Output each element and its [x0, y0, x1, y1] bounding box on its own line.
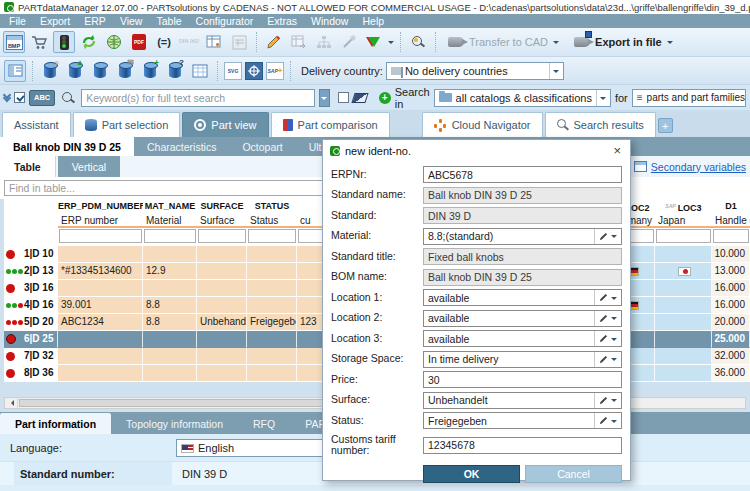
- surface-combo[interactable]: Unbehandelt: [423, 392, 622, 409]
- search-checkbox[interactable]: [14, 92, 25, 103]
- shopping-cart-icon[interactable]: [28, 31, 50, 53]
- dropdown-arrow-icon[interactable]: [549, 63, 563, 79]
- filter-checkbox[interactable]: [338, 92, 349, 103]
- edit-pencil-icon[interactable]: [599, 293, 608, 302]
- keyword-search-input[interactable]: [81, 89, 315, 107]
- table-row[interactable]: 2|D 13 *#1334513460012.9: [4, 263, 322, 280]
- column-header-status[interactable]: STATUS: [247, 199, 297, 214]
- dropdown-arrow-icon[interactable]: [611, 317, 617, 323]
- dropdown-arrow-icon[interactable]: [611, 399, 617, 405]
- tab-ball-knob[interactable]: Ball knob DIN 39 D 25: [0, 137, 134, 156]
- panel-layout-icon[interactable]: [4, 60, 26, 82]
- filter-material[interactable]: [144, 229, 196, 243]
- search-in-select[interactable]: all catalogs & classifications: [434, 89, 611, 107]
- table-row[interactable]: 5|D 20 ABC12348.8UnbehandeltFreigegeben1…: [4, 314, 322, 331]
- table-row[interactable]: 8|D 36: [4, 365, 322, 382]
- table-row[interactable]: 3|D 16: [4, 280, 322, 297]
- filter-dropdown-arrow-icon[interactable]: [388, 41, 394, 47]
- dialog-close-icon[interactable]: ×: [611, 144, 623, 157]
- tab-cloud-navigator[interactable]: Cloud Navigator: [422, 112, 543, 137]
- menu-file[interactable]: File: [2, 15, 33, 27]
- location3-combo[interactable]: available: [423, 330, 622, 347]
- delivery-country-select[interactable]: No delivery countries: [386, 62, 564, 80]
- menu-extras[interactable]: Extras: [260, 15, 304, 27]
- transfer-dropdown-arrow-icon[interactable]: [553, 41, 559, 47]
- filter-d1[interactable]: [713, 229, 749, 243]
- material-combo[interactable]: 8.8;(standard): [423, 228, 622, 245]
- table-row[interactable]: 4|D 16 39.0018.8: [4, 297, 322, 314]
- edit-pencil-icon[interactable]: [599, 314, 608, 323]
- column-header-d1[interactable]: D1: [712, 199, 750, 214]
- database-search-icon[interactable]: ⌕: [39, 60, 61, 82]
- menu-export[interactable]: Export: [33, 15, 77, 27]
- secondary-variables-link[interactable]: Secondary variables: [651, 161, 746, 173]
- bmp-table-icon[interactable]: BMP: [3, 31, 25, 53]
- dropdown-arrow-icon[interactable]: [611, 297, 617, 303]
- svg-document-icon[interactable]: SVG: [224, 62, 242, 80]
- cabinet-icon[interactable]: [228, 31, 250, 53]
- hierarchy-icon[interactable]: [313, 31, 335, 53]
- tab-vertical-view[interactable]: Vertical: [58, 156, 120, 177]
- table-row[interactable]: 1|D 10: [4, 246, 322, 263]
- filter-triangle-icon[interactable]: [363, 31, 385, 53]
- tab-search-results[interactable]: Search results: [545, 112, 656, 137]
- price-search-icon[interactable]: [407, 31, 429, 53]
- din-962-icon[interactable]: DIN 962: [178, 31, 200, 53]
- tab-part-selection[interactable]: Part selection: [73, 112, 181, 137]
- table-grid-icon[interactable]: [189, 60, 211, 82]
- filter-surface[interactable]: [198, 229, 246, 243]
- dropdown-arrow-icon[interactable]: [611, 358, 617, 364]
- table-favorite-icon[interactable]: [203, 31, 225, 53]
- menu-erp[interactable]: ERP: [77, 15, 113, 27]
- keyword-dropdown-arrow-icon[interactable]: [319, 89, 330, 107]
- table-row-selected[interactable]: 6|D 25: [4, 331, 322, 348]
- tab-topology-information[interactable]: Topology information: [111, 413, 238, 434]
- table-export-icon[interactable]: [288, 31, 310, 53]
- menu-window[interactable]: Window: [304, 15, 355, 27]
- tab-rfq[interactable]: RFQ: [238, 413, 290, 434]
- database-add-icon[interactable]: +: [139, 60, 161, 82]
- table-row[interactable]: 7|D 32: [4, 348, 322, 365]
- export-dropdown-arrow-icon[interactable]: [667, 41, 673, 47]
- filter-loc3[interactable]: [656, 229, 711, 243]
- search-for-select[interactable]: ≡ parts and part families: [632, 89, 746, 107]
- target-icon[interactable]: [245, 62, 263, 80]
- price-input[interactable]: [424, 372, 621, 387]
- filter-erp[interactable]: [59, 229, 142, 243]
- ok-button[interactable]: OK: [423, 465, 520, 483]
- database-question-icon[interactable]: ?: [164, 60, 186, 82]
- cancel-button[interactable]: Cancel: [525, 465, 622, 483]
- tab-characteristics[interactable]: Characteristics: [134, 137, 229, 156]
- column-header-surface[interactable]: SURFACE: [197, 199, 247, 214]
- pdf-export-icon[interactable]: PDF: [128, 31, 150, 53]
- add-search-icon[interactable]: +: [379, 92, 391, 104]
- customs-tariff-input[interactable]: [424, 438, 621, 453]
- edit-pencil-icon[interactable]: [599, 232, 608, 241]
- refresh-icon[interactable]: [78, 31, 100, 53]
- filter-status[interactable]: [248, 229, 296, 243]
- tab-part-comparison[interactable]: Part comparison: [271, 112, 390, 137]
- menu-configurator[interactable]: Configurator: [189, 15, 261, 27]
- tab-assistant[interactable]: Assistant: [2, 112, 71, 137]
- location2-combo[interactable]: available: [423, 310, 622, 327]
- tab-table-view[interactable]: Table: [0, 156, 56, 177]
- dropdown-arrow-icon[interactable]: [596, 90, 610, 106]
- abc-button[interactable]: ABC: [29, 90, 55, 106]
- magic-wand-icon[interactable]: [338, 31, 360, 53]
- dropdown-arrow-icon[interactable]: [611, 420, 617, 426]
- database-mail-icon[interactable]: ✉: [114, 60, 136, 82]
- search-magnifier-icon[interactable]: [59, 87, 77, 109]
- column-header-loc3[interactable]: LOC3: [655, 199, 712, 214]
- storage-space-combo[interactable]: In time delivery: [423, 351, 622, 368]
- eraser-icon[interactable]: [351, 93, 368, 103]
- edit-pencil-icon[interactable]: [599, 396, 608, 405]
- edit-pencil-icon[interactable]: [599, 355, 608, 364]
- export-in-file-button[interactable]: Export in file: [568, 30, 679, 54]
- tab-part-information[interactable]: Part information: [0, 413, 111, 434]
- menu-view[interactable]: View: [113, 15, 150, 27]
- filter-customs[interactable]: [298, 229, 322, 243]
- menu-table[interactable]: Table: [149, 15, 188, 27]
- edit-pencil-icon[interactable]: [599, 334, 608, 343]
- status-combo[interactable]: Freigegeben: [423, 412, 622, 429]
- column-header-erp[interactable]: ERP_PDM_NUMBER: [58, 199, 143, 214]
